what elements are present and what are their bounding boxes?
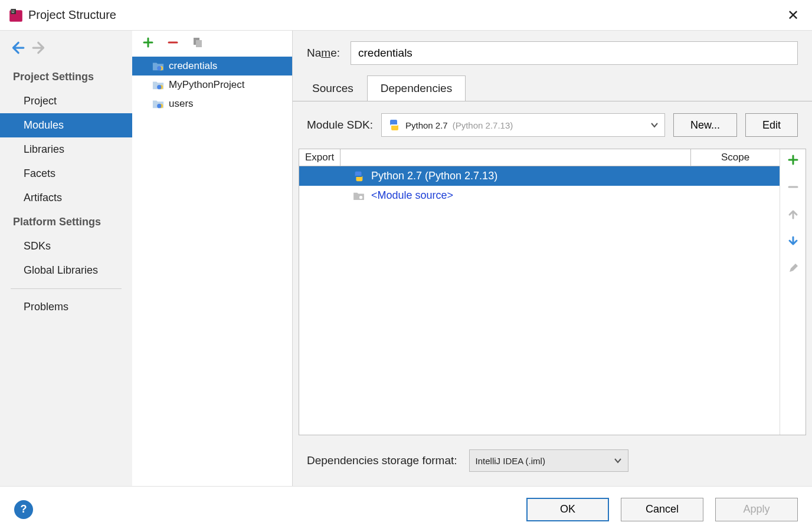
add-module-button[interactable] (142, 36, 155, 49)
tab-sources[interactable]: Sources (299, 75, 367, 101)
arrow-down-icon (788, 236, 798, 247)
svg-point-10 (157, 104, 161, 108)
section-platform-settings: Platform Settings (0, 210, 132, 234)
arrow-up-icon (788, 209, 798, 219)
svg-rect-4 (196, 40, 202, 47)
module-label: MyPythonProject (169, 79, 245, 91)
add-dependency-button[interactable] (786, 153, 800, 167)
column-name (340, 149, 691, 166)
dependency-label: <Module source> (371, 189, 453, 202)
module-sdk-select[interactable]: Python 2.7 (Python 2.7.13) (381, 113, 665, 137)
module-folder-icon (152, 99, 164, 109)
divider (11, 288, 122, 289)
remove-dependency-button[interactable] (786, 180, 800, 194)
nav-artifacts[interactable]: Artifacts (0, 186, 132, 210)
nav-back-button[interactable] (9, 40, 25, 55)
sidebar: Project Settings Project Modules Librari… (0, 31, 132, 486)
column-scope: Scope (691, 149, 780, 166)
move-up-button[interactable] (786, 207, 800, 221)
move-down-button[interactable] (786, 234, 800, 248)
module-item-credentials[interactable]: credentials (132, 57, 292, 75)
copy-module-button[interactable] (191, 36, 204, 49)
nav-forward-button[interactable] (32, 40, 47, 55)
chevron-down-icon (650, 121, 659, 129)
apply-button[interactable]: Apply (715, 498, 798, 521)
storage-format-select[interactable]: IntelliJ IDEA (.iml) (469, 449, 628, 472)
minus-icon (168, 37, 178, 48)
minus-icon (788, 182, 798, 192)
arrow-left-icon (9, 40, 25, 55)
dialog-footer: ? OK Cancel Apply (0, 486, 812, 532)
sdk-label: Module SDK: (307, 119, 373, 132)
sdk-name: Python 2.7 (405, 120, 448, 130)
plus-icon (788, 155, 798, 165)
svg-text:IJ: IJ (11, 9, 14, 13)
section-project-settings: Project Settings (0, 65, 132, 89)
nav-sdks[interactable]: SDKs (0, 234, 132, 258)
module-label: credentials (169, 60, 217, 72)
storage-label: Dependencies storage format: (307, 454, 457, 467)
module-item-mypythonproject[interactable]: MyPythonProject (132, 75, 292, 94)
cancel-button[interactable]: Cancel (621, 498, 703, 521)
chevron-down-icon (614, 457, 622, 465)
content-panel: Name: Sources Dependencies Module SDK: P… (293, 31, 812, 486)
module-panel: credentials MyPythonProject users (132, 31, 293, 486)
new-sdk-button[interactable]: New... (673, 113, 737, 137)
dependencies-table: Export Scope Python 2.7 (Python 2.7.13) (299, 149, 780, 435)
module-list: credentials MyPythonProject users (132, 54, 292, 486)
copy-icon (192, 37, 204, 48)
app-logo-icon: IJ (8, 8, 24, 23)
plus-icon (143, 37, 153, 48)
python-icon (388, 119, 401, 132)
pencil-icon (788, 263, 798, 274)
dependency-label: Python 2.7 (Python 2.7.13) (371, 170, 497, 182)
dependency-row-module-source[interactable]: <Module source> (299, 186, 780, 205)
nav-modules[interactable]: Modules (0, 113, 132, 137)
nav-global-libraries[interactable]: Global Libraries (0, 258, 132, 283)
dialog-title: Project Structure (28, 8, 782, 22)
module-folder-icon (152, 61, 164, 71)
tab-dependencies[interactable]: Dependencies (367, 75, 466, 101)
column-export: Export (299, 149, 340, 166)
titlebar: IJ Project Structure (0, 0, 812, 31)
nav-facets[interactable]: Facets (0, 162, 132, 186)
module-label: users (169, 98, 194, 110)
edit-dependency-button[interactable] (786, 261, 800, 275)
python-icon (352, 171, 365, 182)
module-item-users[interactable]: users (132, 94, 292, 113)
storage-value: IntelliJ IDEA (.iml) (476, 456, 545, 466)
dependency-row-python[interactable]: Python 2.7 (Python 2.7.13) (299, 166, 780, 186)
close-icon (787, 7, 799, 23)
nav-problems[interactable]: Problems (0, 295, 132, 319)
edit-sdk-button[interactable]: Edit (745, 113, 798, 137)
remove-module-button[interactable] (166, 36, 179, 49)
module-folder-icon (152, 80, 164, 90)
close-button[interactable] (782, 5, 804, 26)
name-label: Name: (307, 47, 340, 60)
folder-icon (352, 191, 365, 201)
nav-project[interactable]: Project (0, 89, 132, 113)
module-name-input[interactable] (351, 41, 798, 65)
arrow-right-icon (32, 40, 47, 55)
nav-libraries[interactable]: Libraries (0, 137, 132, 162)
svg-point-8 (157, 85, 161, 89)
dependency-side-toolbar (780, 149, 806, 435)
svg-point-11 (359, 196, 362, 199)
svg-point-6 (157, 66, 161, 70)
ok-button[interactable]: OK (526, 498, 609, 521)
sdk-detail: (Python 2.7.13) (453, 120, 513, 130)
help-button[interactable]: ? (14, 500, 33, 519)
